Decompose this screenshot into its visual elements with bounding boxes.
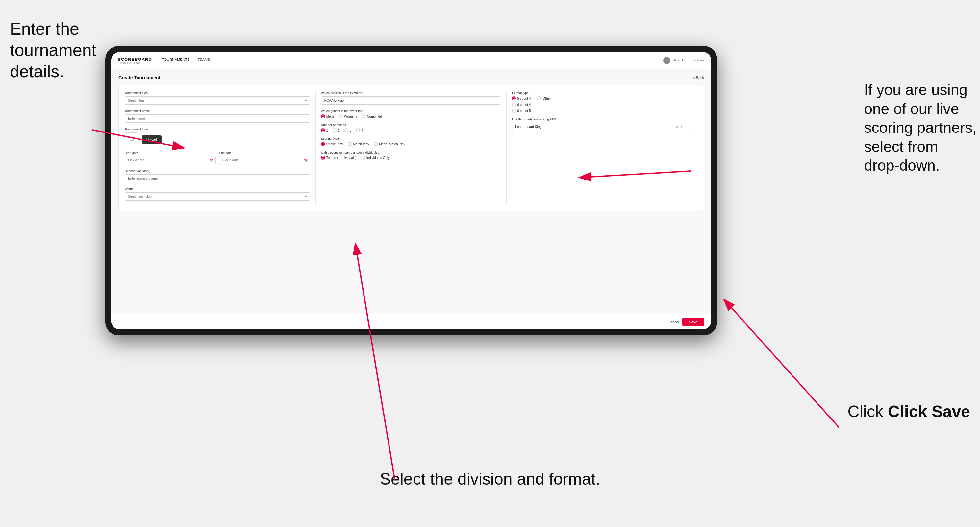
gender-mens[interactable]: Mens	[321, 114, 334, 118]
tournament-host-input[interactable]	[125, 96, 310, 105]
format-6count4-radio[interactable]	[512, 103, 516, 106]
scoring-label: Scoring system	[321, 137, 501, 140]
tablet-device: SCOREBOARD Powered by Clippit TOURNAMENT…	[105, 46, 717, 335]
live-scoring-label: Use third-party live scoring API?	[512, 117, 692, 121]
division-field: Which division is the event for? NCAA Di…	[321, 91, 501, 105]
date-row: Start date 📅 End date	[125, 151, 310, 164]
venue-label: Venue	[125, 187, 310, 190]
clear-live-scoring-icon[interactable]: ✕	[676, 125, 678, 129]
format-5count4-radio[interactable]	[512, 96, 516, 100]
round-4[interactable]: 4	[356, 128, 363, 132]
round-4-radio[interactable]	[356, 128, 360, 132]
gender-mens-radio[interactable]	[321, 114, 325, 118]
event-type-teams-radio[interactable]	[321, 156, 325, 160]
scoring-match[interactable]: Match Play	[348, 142, 369, 146]
event-type-individuals-radio[interactable]	[361, 156, 365, 160]
start-date-input[interactable]	[125, 156, 216, 164]
sponsor-input[interactable]	[125, 174, 310, 183]
scoring-stroke[interactable]: Stroke Play	[321, 142, 343, 146]
cancel-button[interactable]: Cancel	[668, 320, 679, 324]
page-title: Create Tournament	[118, 75, 160, 80]
event-type-individuals[interactable]: Individuals Only	[361, 156, 390, 160]
logo-title: SCOREBOARD	[118, 57, 152, 62]
page-header: Create Tournament < Back	[118, 75, 704, 80]
round-1-radio[interactable]	[321, 128, 325, 132]
sponsor-field: Sponsor (optional)	[125, 169, 310, 183]
nav-right: Test User | Sign out	[663, 57, 705, 64]
venue-input[interactable]	[125, 192, 310, 200]
event-type-radio-group: Teams (+Individuals) Individuals Only	[321, 156, 501, 160]
gender-womens[interactable]: Womens	[339, 114, 357, 118]
annotation-click-save: Click Click Save	[848, 402, 970, 422]
tournament-logo-field: Tournament logo 🖼 Upload	[125, 127, 310, 146]
gender-radio-group: Mens Womens Combined	[321, 114, 501, 118]
dropdown-icon: ▼	[304, 195, 308, 198]
logo-placeholder: 🖼	[125, 132, 138, 146]
tournament-host-input-wrapper: ▼	[125, 96, 310, 105]
calendar-icon: 📅	[209, 159, 213, 162]
tournament-host-label: Tournament Host	[125, 91, 310, 95]
page-content: Create Tournament < Back Tournament Host…	[111, 69, 711, 314]
live-scoring-value-text: Leaderboard King	[515, 125, 541, 129]
round-2[interactable]: 2	[332, 128, 340, 132]
round-3[interactable]: 3	[344, 128, 352, 132]
scoring-stroke-radio[interactable]	[321, 142, 325, 146]
end-date-input[interactable]	[219, 156, 310, 164]
form-grid: Tournament Host ▼ Tournament name Tourna	[125, 91, 698, 205]
svg-line-4	[724, 299, 839, 427]
event-type-label: Is this event for Teams and/or Individua…	[321, 151, 501, 154]
scoring-medal[interactable]: Medal Match Play	[374, 142, 405, 146]
expand-icon: ▼	[680, 125, 683, 128]
scoring-medal-radio[interactable]	[374, 142, 378, 146]
form-col-3: Format type 5 count 4 Other	[507, 91, 698, 205]
format-6count5[interactable]: 6 count 5	[512, 109, 692, 113]
format-5count4[interactable]: 5 count 4	[512, 96, 531, 100]
upload-button[interactable]: Upload	[142, 135, 162, 144]
format-other[interactable]: Other	[537, 96, 551, 100]
scoring-field: Scoring system Stroke Play Match Play	[321, 137, 501, 146]
event-type-field: Is this event for Teams and/or Individua…	[321, 151, 501, 160]
tournament-name-field: Tournament name	[125, 109, 310, 123]
save-button[interactable]: Save	[682, 317, 704, 326]
start-date-wrapper: 📅	[125, 156, 216, 164]
round-3-radio[interactable]	[344, 128, 348, 132]
division-select[interactable]: NCAA Division I	[321, 96, 501, 105]
form-footer: Cancel Save	[111, 314, 711, 329]
event-type-teams[interactable]: Teams (+Individuals)	[321, 156, 356, 160]
app-logo: SCOREBOARD Powered by Clippit	[118, 57, 152, 64]
format-6count4[interactable]: 6 count 4	[512, 103, 692, 106]
venue-field: Venue ▼	[125, 187, 310, 200]
scoring-match-radio[interactable]	[348, 142, 352, 146]
search-icon: ▼	[304, 98, 308, 102]
format-options: 5 count 4 Other 6 count 4	[512, 96, 692, 113]
end-date-wrapper: 📅	[219, 156, 310, 164]
calendar-icon-end: 📅	[304, 159, 308, 162]
end-date-label: End date	[219, 151, 310, 154]
gender-combined-radio[interactable]	[361, 114, 366, 118]
avatar	[663, 57, 670, 64]
format-other-radio[interactable]	[537, 96, 541, 100]
division-select-wrapper: NCAA Division I	[321, 96, 501, 105]
gender-womens-radio[interactable]	[339, 114, 343, 118]
rounds-label: Number of rounds	[321, 123, 501, 127]
back-link[interactable]: < Back	[693, 76, 704, 79]
round-2-radio[interactable]	[332, 128, 337, 132]
end-date-field: End date 📅	[219, 151, 310, 164]
sponsor-label: Sponsor (optional)	[125, 169, 310, 173]
annotation-select-division: Select the division and format.	[380, 469, 600, 489]
round-1[interactable]: 1	[321, 128, 328, 132]
tournament-host-field: Tournament Host ▼	[125, 91, 310, 105]
tournament-name-label: Tournament name	[125, 109, 310, 113]
sign-out-link[interactable]: Sign out	[692, 59, 705, 62]
date-fields: Start date 📅 End date	[125, 151, 310, 164]
rounds-field: Number of rounds 1 2	[321, 123, 501, 132]
tablet-screen: SCOREBOARD Powered by Clippit TOURNAMENT…	[111, 52, 711, 329]
format-6count5-radio[interactable]	[512, 109, 516, 113]
tournament-name-input[interactable]	[125, 114, 310, 123]
live-scoring-dropdown[interactable]: Leaderboard King ✕ ▼	[512, 123, 692, 131]
gender-combined[interactable]: Combined	[361, 114, 382, 118]
nav-item-tournaments[interactable]: TOURNAMENTS	[162, 57, 190, 63]
nav-item-teams[interactable]: TEAMS	[198, 57, 210, 63]
image-icon: 🖼	[129, 137, 134, 142]
rounds-radio-group: 1 2 3	[321, 128, 501, 132]
